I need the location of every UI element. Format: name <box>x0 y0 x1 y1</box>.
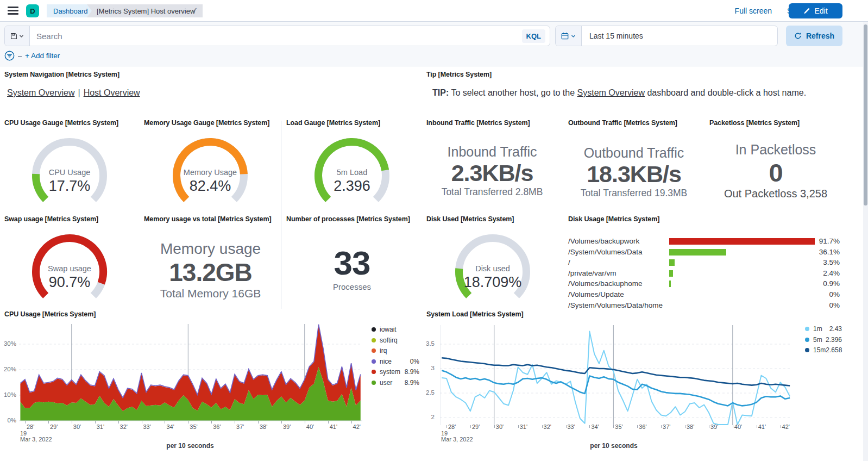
gauge-label: Memory Usage <box>164 168 256 177</box>
search-input[interactable] <box>30 32 522 41</box>
menu-icon[interactable] <box>8 7 18 15</box>
time-range-value[interactable]: Last 15 minutes <box>582 32 651 40</box>
load-y-tick-label: 2.5 <box>419 389 435 396</box>
legend-item[interactable]: 5m2.396 <box>805 336 842 344</box>
cpu-x-tick-label: 30' <box>73 423 81 430</box>
gauge-text: Swap usage90.7% <box>23 264 116 291</box>
legend-item[interactable]: 1m2.43 <box>805 325 842 333</box>
cpu-x-date-label: Mar 3, 2022 <box>20 436 52 443</box>
disk-path-label: / <box>568 258 570 266</box>
tip-system-overview-link[interactable]: System Overview <box>577 88 645 97</box>
legend-name: system <box>380 368 405 376</box>
tip-pre: To select another host, go to the <box>449 88 577 97</box>
outbound-value: 18.3KB/s <box>568 161 700 188</box>
load-x-tick-label: 36' <box>639 423 646 430</box>
check-icon[interactable]: ✓ <box>191 5 198 15</box>
disk-usage-row: /Volumes/Update0% <box>568 289 842 300</box>
memory-total-sub: Total Memory 16GB <box>144 287 277 300</box>
load-x-tick-label: 35' <box>615 423 622 430</box>
legend-item[interactable]: nice0% <box>372 358 419 365</box>
legend-item[interactable]: 15m2.658 <box>805 346 842 354</box>
load-chart-plot[interactable] <box>440 325 792 425</box>
disk-path-label: /Volumes/backupwork <box>568 237 639 245</box>
legend-item[interactable]: iowait <box>372 326 419 333</box>
panel-title-disk-used: Disk Used [Metrics System] <box>426 215 514 223</box>
calendar-menu-button[interactable] <box>556 26 582 46</box>
legend-item[interactable]: softirq <box>372 337 419 344</box>
outbound-label: Outbound Traffic <box>568 145 700 161</box>
load-x-tick <box>733 425 733 428</box>
cpu-x-tick-label: 40' <box>306 423 314 430</box>
load-x-tick-label: 42' <box>782 423 790 430</box>
cpu-x-tick <box>258 421 259 423</box>
cpu-x-tick <box>328 421 329 423</box>
load-gauge: 5m Load2.396 <box>306 132 398 208</box>
disk-usage-value: 0.9% <box>823 279 840 288</box>
kql-button[interactable]: KQL <box>522 29 545 43</box>
scrollbar-thumb[interactable] <box>864 24 867 205</box>
legend-dot <box>372 327 376 332</box>
saved-query-menu-button[interactable] <box>5 26 30 46</box>
cpu-x-tick-label: 31' <box>97 423 104 430</box>
cpu-x-tick-label: 29' <box>50 423 58 430</box>
cpu-y-tick-label: 20% <box>1 366 16 372</box>
cpu-x-tick-label: 35' <box>190 423 197 430</box>
load-x-tick <box>757 425 757 428</box>
cpu-x-tick-label: 32' <box>120 423 128 430</box>
host-overview-link[interactable]: Host Overview <box>84 88 140 97</box>
cpu-x-axis-title: per 10 seconds <box>81 442 299 450</box>
full-screen-button[interactable]: Full screen <box>735 7 772 15</box>
panel-divider <box>281 121 281 309</box>
time-picker: Last 15 minutes <box>555 26 778 46</box>
tip-text: TIP: To select another host, go to the S… <box>432 88 806 98</box>
load-x-axis-title: per 10 seconds <box>505 442 722 450</box>
load-x-tick <box>470 425 471 428</box>
legend-dot <box>372 359 376 364</box>
panel-title-processes: Number of processes [Metrics System] <box>286 215 418 223</box>
legend-name: iowait <box>380 326 419 333</box>
system-overview-link[interactable]: System Overview <box>7 88 74 97</box>
disk-usage-panel: Disk Usage [Metrics System] /Volumes/bac… <box>568 215 842 312</box>
cpu-x-tick <box>188 421 188 423</box>
processes-panel: Number of processes [Metrics System] 33 … <box>286 215 418 291</box>
search-bar: KQL <box>4 26 550 46</box>
legend-dot <box>372 338 376 342</box>
load-x-tick-label: 39' <box>710 423 718 430</box>
cpu-x-tick <box>305 421 305 423</box>
legend-name: user <box>380 379 405 387</box>
legend-item[interactable]: system8.9% <box>372 368 419 376</box>
cpu-x-tick <box>165 421 165 423</box>
cpu-x-tick-label: 33' <box>143 423 151 430</box>
cpu-y-tick-label: 0% <box>1 417 16 423</box>
disk-path-label: /Volumes/backuphome <box>568 279 643 288</box>
load-x-tick-label: 32' <box>544 423 551 430</box>
edit-button[interactable]: Edit <box>789 3 842 18</box>
processes-label: Processes <box>286 282 418 291</box>
legend-item[interactable]: user8.9% <box>372 379 419 387</box>
link-separator: | <box>74 88 83 97</box>
disk-usage-rows: /Volumes/backupwork91.7%/System/Volumes/… <box>568 236 842 312</box>
legend-dot <box>372 381 376 385</box>
refresh-icon <box>794 32 802 40</box>
load-y-tick-label: 3 <box>419 365 435 371</box>
legend-dot <box>805 338 809 342</box>
legend-value: 2.658 <box>826 346 842 354</box>
inbound-traffic-panel: Inbound Traffic [Metrics System] Inbound… <box>426 119 558 198</box>
cpu-chart-plot[interactable] <box>19 324 362 422</box>
space-avatar[interactable]: D <box>26 4 39 17</box>
filter-icon[interactable] <box>4 51 15 63</box>
load-x-tick <box>661 425 662 428</box>
cpu-y-tick-label: 30% <box>1 340 16 347</box>
add-filter-button[interactable]: + Add filter <box>25 52 60 60</box>
load-x-tick <box>709 425 709 428</box>
legend-name: 1m <box>813 325 829 333</box>
legend-item[interactable]: irq <box>372 347 419 354</box>
memory-vs-total-panel: Memory usage vs total [Metrics System] M… <box>144 215 277 300</box>
kibana-dashboard: D Dashboard [Metrics System] Host overvi… <box>0 0 868 461</box>
outbound-sub: Total Transferred 19.3MB <box>568 188 700 199</box>
legend-value: 2.43 <box>829 325 842 333</box>
load-x-tick <box>589 425 590 428</box>
load-y-tick-label: 2 <box>419 414 435 420</box>
panel-title-system-navigation: System Navigation [Metrics System] <box>4 71 119 78</box>
refresh-button[interactable]: Refresh <box>786 26 842 46</box>
